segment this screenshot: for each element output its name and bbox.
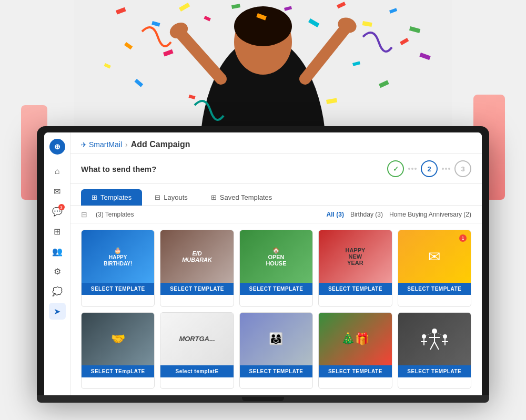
filter-bar: ⊟ (3) Templates All (3) Birthday (3) Hom… (70, 206, 482, 223)
template-card-christmas[interactable]: 🎄🎁 SELECT TEMPLATE (318, 312, 392, 390)
select-network-btn[interactable]: SELECT TEMPLATE (398, 365, 471, 377)
svg-line-34 (434, 342, 439, 350)
select-family-btn[interactable]: SELECT TEMPLATE (240, 365, 312, 377)
sidebar-item-chat2[interactable]: 💭 (49, 283, 66, 300)
tab-templates[interactable]: ⊞ Templates (81, 189, 142, 206)
template-img-family: 👨‍👩‍👧 (240, 313, 312, 365)
sidebar-item-settings[interactable]: ⚙ (49, 263, 66, 280)
template-card-eid[interactable]: EIDMUBARAK SELECT TEMPLATE (160, 230, 234, 307)
select-openhouse-btn[interactable]: SELECT TEMPLATE (240, 283, 312, 295)
select-christmas-btn[interactable]: SELECT TEMPLATE (319, 365, 391, 377)
template-card-mortgage[interactable]: MORTGA... Select templatE (160, 312, 234, 390)
template-card-handshake[interactable]: 🤝 SELECT TEmpLATE (81, 312, 155, 390)
template-img-envelope: ✉ 1 (398, 230, 471, 283)
main-content: ✈ SmartMail › Add Campaign What to send … (70, 132, 482, 395)
step-3: 3 (454, 160, 471, 177)
saved-tab-label: Saved Templates (220, 193, 272, 201)
select-handshake-btn[interactable]: SELECT TEmpLATE (82, 365, 154, 377)
template-img-network (398, 313, 471, 365)
tab-saved-templates[interactable]: ⊞ Saved Templates (200, 189, 283, 206)
breadcrumb-current: Add Campaign (131, 140, 190, 149)
saved-tab-icon: ⊞ (211, 193, 217, 201)
svg-line-33 (430, 342, 434, 350)
template-img-handshake: 🤝 (82, 313, 154, 365)
filter-birthday[interactable]: Birthday (3) (350, 211, 383, 218)
template-img-newyear: HAPPYNEWYEAR (319, 230, 391, 283)
sidebar-item-send[interactable]: ➤ (49, 303, 66, 320)
template-card-birthday[interactable]: 🎂HAPPYBIRTHDAY! SELECT TEMPLATE (81, 230, 155, 307)
templates-tab-icon: ⊞ (92, 193, 97, 201)
step-connector-1 (408, 168, 417, 170)
laptop-screen: ⊕ ⌂ ✉ 💬 3 ⊞ 👥 ⚙ 💭 ➤ (44, 132, 482, 395)
celebration-area (74, 0, 452, 147)
template-card-newyear[interactable]: HAPPYNEWYEAR SELECT TEMPLATE (318, 230, 392, 307)
template-card-family[interactable]: 👨‍👩‍👧 SELECT TEMPLATE (239, 312, 313, 390)
laptop-screen-bezel: ⊕ ⌂ ✉ 💬 3 ⊞ 👥 ⚙ 💭 ➤ (37, 126, 489, 395)
template-card-openhouse[interactable]: 🏠OPENHOUSE SELECT TEMPLATE (239, 230, 313, 307)
filter-all[interactable]: All (3) (327, 211, 344, 218)
step-question: What to send them? (81, 165, 156, 173)
select-newyear-btn[interactable]: SELECT TEMPLATE (319, 283, 391, 295)
breadcrumb-smartmail-text: SmartMail (89, 140, 122, 149)
laptop-base (37, 395, 489, 403)
step-connector-2 (442, 168, 450, 170)
svg-point-30 (432, 329, 437, 334)
envelope-notification-badge: 1 (459, 234, 467, 242)
templates-tab-label: Templates (100, 193, 132, 201)
breadcrumb-separator: › (125, 140, 128, 149)
svg-point-3 (234, 6, 292, 46)
sidebar-item-chat[interactable]: 💬 3 (49, 203, 66, 220)
sidebar-item-grid[interactable]: ⊞ (49, 223, 66, 240)
filter-tags: All (3) Birthday (3) Home Buying Anniver… (327, 211, 471, 218)
page-header: ✈ SmartMail › Add Campaign (70, 132, 482, 154)
template-card-network[interactable]: SELECT TEMPLATE (398, 312, 471, 390)
select-eid-btn[interactable]: SELECT TEMPLATE (160, 283, 233, 295)
breadcrumb: ✈ SmartMail › Add Campaign (81, 140, 471, 149)
laptop-frame: ⊕ ⌂ ✉ 💬 3 ⊞ 👥 ⚙ 💭 ➤ (37, 126, 489, 420)
step-1: ✓ (387, 160, 404, 177)
filter-homebuying[interactable]: Home Buying Anniversary (2) (389, 211, 471, 218)
breadcrumb-smartmail-link[interactable]: ✈ SmartMail (81, 140, 122, 149)
template-img-christmas: 🎄🎁 (319, 313, 391, 365)
template-img-eid: EIDMUBARAK (160, 230, 233, 283)
laptop-notch (242, 397, 284, 401)
layouts-tab-label: Layouts (164, 193, 188, 201)
tab-layouts[interactable]: ⊟ Layouts (144, 189, 198, 206)
template-count: (3) Templates (96, 211, 134, 218)
select-mortgage-btn[interactable]: Select templatE (160, 365, 233, 377)
sidebar: ⊕ ⌂ ✉ 💬 3 ⊞ 👥 ⚙ 💭 ➤ (44, 132, 70, 395)
chat-badge: 3 (58, 204, 65, 210)
tabs-bar: ⊞ Templates ⊟ Layouts ⊞ Saved Templates (70, 184, 482, 206)
app-logo[interactable]: ⊕ (49, 139, 65, 155)
template-img-mortgage: MORTGA... (160, 313, 233, 365)
step-bar: What to send them? ✓ 2 3 (70, 154, 482, 184)
select-envelope-btn[interactable]: SELECT TEMPLATE (398, 283, 471, 295)
template-img-openhouse: 🏠OPENHOUSE (240, 230, 312, 283)
template-img-birthday: 🎂HAPPYBIRTHDAY! (82, 230, 154, 283)
steps-container: ✓ 2 3 (387, 160, 471, 177)
sidebar-item-contacts[interactable]: 👥 (49, 243, 66, 260)
grid-view-icon[interactable]: ⊟ (81, 210, 87, 219)
select-birthday-btn[interactable]: SELECT TEMPLATE (82, 283, 154, 295)
sidebar-item-messages[interactable]: ✉ (49, 183, 66, 200)
layouts-tab-icon: ⊟ (155, 193, 160, 201)
template-card-envelope[interactable]: ✉ 1 SELECT TEMPLATE (398, 230, 471, 307)
step-2[interactable]: 2 (421, 160, 438, 177)
sidebar-item-home[interactable]: ⌂ (49, 163, 66, 180)
template-grid: 🎂HAPPYBIRTHDAY! SELECT TEMPLATE EIDMUBAR… (70, 223, 482, 395)
